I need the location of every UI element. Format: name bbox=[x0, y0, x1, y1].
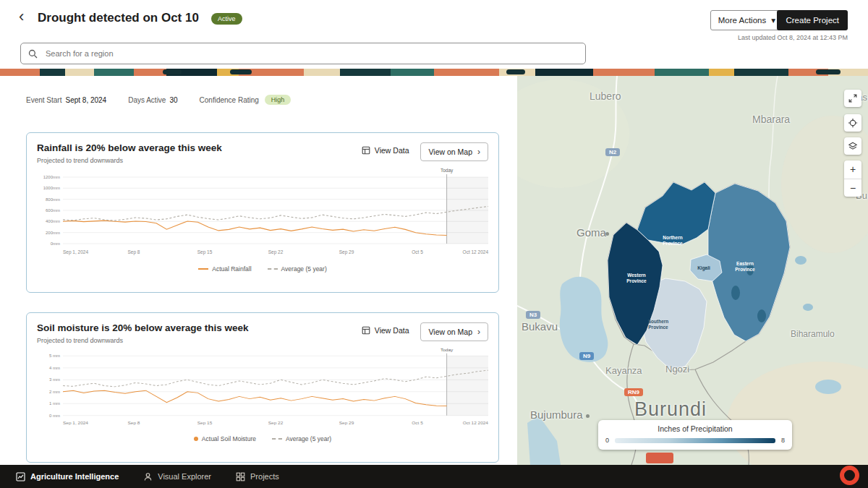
days-active: Days Active 30 bbox=[128, 96, 177, 104]
svg-text:0 mm: 0 mm bbox=[49, 414, 60, 418]
page-header: ‹ Drought detected on Oct 10 Active More… bbox=[0, 0, 868, 69]
road-badge-n9: N9 bbox=[579, 352, 594, 360]
view-on-map-button[interactable]: View on Map › bbox=[420, 142, 488, 161]
more-actions-button[interactable]: More Actions ▾ bbox=[710, 10, 783, 30]
search-icon bbox=[28, 49, 38, 59]
map-label-burundi: Burundi bbox=[634, 398, 707, 421]
view-on-map-label: View on Map bbox=[428, 147, 472, 156]
view-data-button[interactable]: View Data bbox=[362, 146, 409, 155]
layers-icon bbox=[848, 141, 858, 151]
svg-text:Sep 1, 2024: Sep 1, 2024 bbox=[63, 421, 89, 426]
search-input[interactable] bbox=[44, 48, 578, 59]
svg-text:1000mm: 1000mm bbox=[43, 186, 60, 190]
cutoff-road-badge bbox=[646, 453, 673, 463]
event-start-value: Sept 8, 2024 bbox=[65, 96, 106, 104]
lake bbox=[795, 256, 807, 265]
svg-text:Sep 15: Sep 15 bbox=[197, 249, 213, 255]
nav-visual-explorer[interactable]: Visual Explorer bbox=[143, 472, 211, 481]
view-data-icon bbox=[362, 146, 370, 155]
svg-text:Sep 22: Sep 22 bbox=[268, 421, 284, 426]
decorative-shape bbox=[230, 69, 252, 74]
decorative-shape bbox=[506, 69, 525, 74]
svg-text:1 mm: 1 mm bbox=[49, 401, 60, 406]
event-start: Event Start Sept 8, 2024 bbox=[26, 96, 106, 104]
zoom-out-button[interactable]: − bbox=[844, 179, 861, 197]
create-project-label: Create Project bbox=[786, 16, 839, 25]
page-title: Drought detected on Oct 10 bbox=[38, 11, 199, 25]
last-updated-text: Last updated Oct 8, 2024 at 12:43 PM bbox=[738, 34, 848, 41]
svg-text:Oct 5: Oct 5 bbox=[412, 421, 423, 426]
nav-projects[interactable]: Projects bbox=[236, 472, 279, 481]
label-eastern-province: Eastern Province bbox=[728, 261, 762, 273]
svg-text:4 mm: 4 mm bbox=[49, 366, 60, 370]
rainfall-chart: 1200mm1000mm800mm600mm400mm200mm0mmSep 1… bbox=[33, 166, 494, 262]
svg-text:3 mm: 3 mm bbox=[49, 377, 60, 382]
create-project-button[interactable]: Create Project bbox=[777, 10, 848, 30]
svg-text:Sep 29: Sep 29 bbox=[339, 421, 354, 426]
map-panel[interactable]: Lubero Mbarara Goma Bukavu Kayanza Ngozi… bbox=[517, 76, 868, 465]
view-on-map-label: View on Map bbox=[428, 328, 472, 336]
app-footer: Agriculture Intelligence Visual Explorer… bbox=[0, 465, 868, 488]
svg-text:Sep 8: Sep 8 bbox=[128, 249, 140, 255]
zoom-in-button[interactable]: + bbox=[844, 160, 861, 179]
region-search[interactable] bbox=[20, 43, 586, 64]
label-kigali-province: Kigali bbox=[689, 265, 718, 271]
event-detail-panel: Event Start Sept 8, 2024 Days Active 30 … bbox=[0, 76, 517, 465]
road-badge-n2: N2 bbox=[605, 148, 620, 156]
nav-label: Projects bbox=[250, 472, 279, 481]
svg-text:Sep 29: Sep 29 bbox=[339, 249, 354, 255]
label-western-province: Western Province bbox=[620, 273, 653, 285]
decorative-shape bbox=[816, 69, 841, 74]
rainfall-card: Rainfall is 20% below average this week … bbox=[26, 132, 499, 293]
days-active-value: 30 bbox=[169, 96, 177, 104]
road-badge-n3: N3 bbox=[526, 311, 540, 319]
person-icon bbox=[143, 472, 153, 481]
svg-text:Sep 8: Sep 8 bbox=[128, 421, 141, 426]
legend-min: 0 bbox=[605, 437, 609, 444]
city-dot-bujumbura bbox=[586, 414, 590, 418]
chevron-right-icon: › bbox=[477, 328, 480, 336]
map-label-goma: Goma bbox=[576, 226, 606, 239]
locate-button[interactable] bbox=[844, 114, 861, 132]
view-data-button[interactable]: View Data bbox=[362, 326, 409, 335]
card-header: Rainfall is 20% below average this week … bbox=[27, 133, 498, 164]
lake bbox=[815, 380, 841, 394]
card-subtitle: Projected to trend downwards bbox=[37, 337, 362, 344]
legend-gradient-bar bbox=[615, 438, 775, 443]
days-active-label: Days Active bbox=[128, 96, 166, 104]
chevron-right-icon: › bbox=[477, 147, 480, 156]
map-label-kayanza: Kayanza bbox=[605, 365, 642, 376]
legend-max: 8 bbox=[781, 437, 785, 444]
confidence-label: Confidence Rating bbox=[200, 96, 259, 104]
soil-moisture-chart-legend: Actual Soil MoistureAverage (5 year) bbox=[27, 435, 498, 442]
app-window: ‹ Drought detected on Oct 10 Active More… bbox=[0, 0, 868, 488]
svg-text:5 mm: 5 mm bbox=[49, 354, 60, 358]
nav-agriculture-intelligence[interactable]: Agriculture Intelligence bbox=[16, 472, 119, 481]
grid-icon bbox=[236, 472, 245, 481]
lake bbox=[757, 309, 766, 322]
svg-text:800mm: 800mm bbox=[46, 197, 60, 202]
svg-text:1200mm: 1200mm bbox=[43, 175, 60, 179]
svg-text:0mm: 0mm bbox=[51, 241, 60, 246]
view-on-map-button[interactable]: View on Map › bbox=[420, 322, 488, 341]
map-label-lubero: Lubero bbox=[590, 90, 621, 102]
rainfall-chart-legend: Actual RainfallAverage (5 year) bbox=[27, 265, 498, 273]
nav-label: Visual Explorer bbox=[158, 472, 211, 481]
decorative-shape bbox=[163, 69, 182, 74]
soil-moisture-card: Soil moisture is 20% below average this … bbox=[26, 312, 499, 463]
confidence-rating: Confidence Rating High bbox=[200, 95, 292, 105]
road-badge-rn9: RN9 bbox=[624, 388, 643, 396]
confidence-badge: High bbox=[265, 95, 292, 105]
lake bbox=[731, 286, 740, 300]
svg-text:Today: Today bbox=[441, 168, 454, 174]
card-title: Rainfall is 20% below average this week bbox=[37, 142, 362, 153]
expand-icon bbox=[848, 93, 858, 103]
label-northern-province: Northern Province bbox=[656, 235, 689, 247]
card-header: Soil moisture is 20% below average this … bbox=[27, 313, 498, 344]
back-button[interactable]: ‹ bbox=[19, 9, 24, 25]
target-icon bbox=[848, 118, 858, 128]
view-data-label: View Data bbox=[375, 146, 409, 155]
svg-text:2 mm: 2 mm bbox=[49, 390, 60, 394]
fullscreen-button[interactable] bbox=[844, 90, 861, 107]
layers-button[interactable] bbox=[844, 137, 861, 155]
